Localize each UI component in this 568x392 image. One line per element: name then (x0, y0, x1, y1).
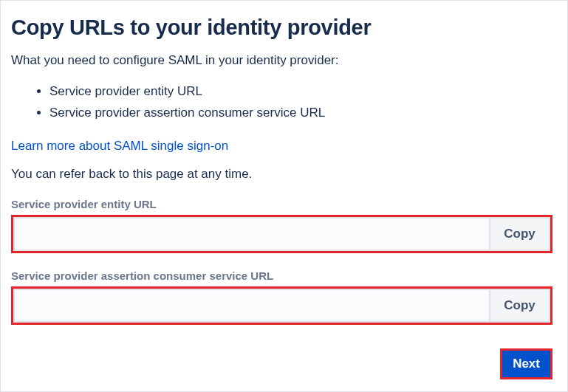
list-item: Service provider entity URL (49, 81, 552, 103)
entity-url-input[interactable] (13, 217, 490, 251)
next-button[interactable]: Next (502, 351, 550, 377)
acs-url-row: Copy (11, 286, 552, 325)
list-item: Service provider assertion consumer serv… (49, 103, 552, 124)
next-button-highlight: Next (500, 348, 552, 379)
intro-text: What you need to configure SAML in your … (11, 53, 552, 68)
copy-acs-url-button[interactable]: Copy (490, 289, 550, 323)
acs-url-label: Service provider assertion consumer serv… (11, 269, 552, 282)
entity-url-label: Service provider entity URL (11, 198, 552, 210)
page-title: Copy URLs to your identity provider (11, 16, 552, 40)
copy-entity-url-button[interactable]: Copy (490, 217, 550, 251)
learn-more-link[interactable]: Learn more about SAML single sign-on (11, 139, 228, 154)
requirements-list: Service provider entity URL Service prov… (49, 81, 552, 124)
refer-text: You can refer back to this page at any t… (11, 167, 552, 182)
entity-url-row: Copy (11, 215, 552, 253)
saml-config-panel: Copy URLs to your identity provider What… (0, 0, 568, 392)
footer-actions: Next (500, 348, 552, 379)
acs-url-input[interactable] (13, 289, 490, 323)
